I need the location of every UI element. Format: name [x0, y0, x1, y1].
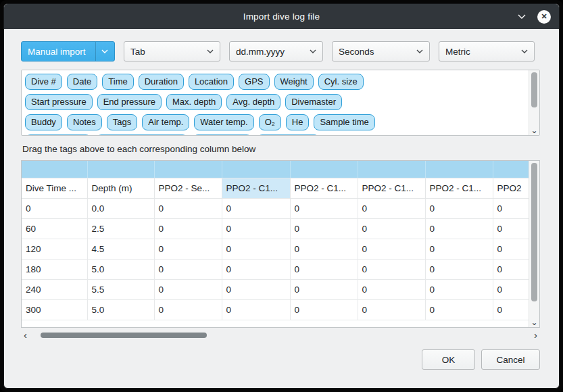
field-tag[interactable]: Avg. depth — [226, 94, 280, 110]
table-cell: 0 — [290, 198, 358, 218]
dropdown-arrow-icon — [416, 49, 423, 53]
table-cell: 0 — [493, 279, 529, 299]
shade-button[interactable] — [516, 11, 528, 23]
scroll-left-arrow-icon[interactable]: ‹ — [21, 330, 30, 340]
field-tag[interactable]: Divemaster — [285, 94, 342, 110]
window-title: Import dive log file — [4, 11, 559, 22]
column-drop-target[interactable] — [154, 161, 222, 178]
column-drop-target[interactable] — [222, 161, 290, 178]
separator-combobox[interactable]: Tab — [124, 41, 220, 62]
scroll-right-arrow-icon[interactable]: › — [531, 330, 540, 340]
field-tag[interactable]: Sample time — [314, 114, 374, 130]
column-drop-target[interactable] — [22, 161, 87, 178]
table-cell: 0 — [154, 279, 222, 299]
table-cell: 0 — [425, 198, 493, 218]
duration-format-combobox[interactable]: Seconds — [332, 41, 430, 62]
field-tag[interactable]: Date — [67, 74, 97, 90]
column-drop-target[interactable] — [290, 161, 358, 178]
field-tag[interactable]: End pressure — [97, 94, 162, 110]
table-horizontal-scrollbar[interactable]: ‹ › — [21, 330, 540, 341]
column-drop-target[interactable] — [425, 161, 493, 178]
scroll-down-arrow-icon[interactable]: ⌄ — [529, 317, 539, 327]
table-row: 1805.0000000 — [22, 259, 529, 279]
field-tag[interactable]: GPS — [239, 74, 269, 90]
scrollbar-thumb[interactable] — [531, 163, 537, 301]
field-tag[interactable]: Buddy — [25, 114, 62, 130]
field-tag[interactable]: Water temp. — [194, 114, 253, 130]
table-cell: 0 — [358, 259, 425, 279]
field-tag[interactable]: Time — [102, 74, 133, 90]
table-cell: 0 — [358, 239, 425, 259]
field-tag[interactable]: Tags — [107, 114, 137, 130]
dialog-content: Manual import Tab dd.mm.yyyy — [4, 29, 559, 388]
scrollbar-thumb[interactable] — [531, 72, 537, 107]
field-tag[interactable]: Sample pO₂ — [193, 134, 252, 136]
header-row: Dive Time ...Depth (m)PPO2 - Se...PPO2 -… — [22, 178, 529, 198]
field-tag[interactable]: Notes — [67, 114, 102, 130]
table-cell: 0 — [154, 198, 222, 218]
table-cell: 0 — [493, 239, 529, 259]
field-tag[interactable]: Start pressure — [25, 94, 93, 110]
chevron-down-icon — [518, 14, 526, 19]
units-combobox[interactable]: Metric — [439, 41, 535, 62]
dropdown-arrow-icon — [310, 49, 316, 53]
field-tag[interactable]: Sample CNS — [257, 134, 320, 136]
scrollbar-track[interactable] — [30, 330, 531, 341]
table-cell: 240 — [22, 279, 87, 299]
field-tag[interactable]: Cyl. size — [318, 74, 364, 90]
table-cell: 0 — [290, 259, 358, 279]
import-mode-combobox[interactable]: Manual import — [21, 41, 115, 62]
field-tag[interactable]: Sample temperature — [96, 134, 188, 136]
table-row: 602.5000000 — [22, 218, 529, 239]
field-tag[interactable]: Dive # — [25, 74, 62, 90]
table-row: 00.0000000 — [22, 198, 529, 218]
window-frame: Import dive log file ✕ Manual import — [0, 0, 563, 392]
close-button[interactable]: ✕ — [537, 10, 551, 24]
table-cell: 0 — [154, 218, 222, 239]
dropdown-arrow-icon — [521, 49, 528, 53]
table-cell: 0 — [358, 198, 425, 218]
column-drop-target[interactable] — [358, 161, 425, 178]
table-cell: 0 — [493, 198, 529, 218]
combobox-value: Manual import — [28, 47, 90, 57]
cancel-button[interactable]: Cancel — [481, 349, 540, 370]
dropdown-arrow-icon — [95, 42, 108, 61]
dropdown-arrow-icon — [207, 49, 214, 53]
field-tag[interactable]: Duration — [139, 74, 184, 90]
import-table-area: Dive Time ...Depth (m)PPO2 - Se...PPO2 -… — [21, 160, 540, 328]
titlebar[interactable]: Import dive log file ✕ — [4, 4, 559, 29]
table-cell: 0 — [425, 239, 493, 259]
ok-button[interactable]: OK — [422, 349, 475, 370]
tag-row: Dive #DateTimeDurationLocationGPSWeightC… — [25, 74, 526, 90]
field-tag[interactable]: Max. depth — [166, 94, 222, 110]
column-drop-target[interactable] — [87, 161, 154, 178]
combobox-value: Seconds — [339, 47, 411, 57]
field-tag[interactable]: Location — [189, 74, 234, 90]
table-clip: Dive Time ...Depth (m)PPO2 - Se...PPO2 -… — [22, 161, 529, 327]
field-tag[interactable]: He — [286, 114, 310, 130]
table-cell: 0 — [154, 259, 222, 279]
import-options-row: Manual import Tab dd.mm.yyyy — [21, 41, 540, 62]
table-cell: 5.5 — [87, 279, 154, 299]
table-cell: 0 — [493, 259, 529, 279]
field-tag[interactable]: Air temp. — [142, 114, 189, 130]
close-icon: ✕ — [541, 12, 547, 21]
table-cell: 0 — [425, 259, 493, 279]
tag-pool-vertical-scrollbar[interactable]: ⌄ — [529, 70, 539, 135]
column-header: Depth (m) — [87, 178, 154, 198]
field-tag[interactable]: O₂ — [259, 114, 281, 130]
tag-row: Start pressureEnd pressureMax. depthAvg.… — [25, 94, 526, 110]
field-tag[interactable]: Sample depth — [25, 134, 91, 136]
column-drop-target[interactable] — [493, 161, 529, 178]
table-cell: 0 — [290, 239, 358, 259]
table-cell: 120 — [22, 239, 87, 259]
scroll-down-arrow-icon[interactable]: ⌄ — [529, 125, 539, 135]
column-header: PPO2 - C1... — [222, 178, 290, 198]
scrollbar-thumb[interactable] — [41, 333, 207, 338]
table-cell: 0 — [358, 279, 425, 299]
date-format-combobox[interactable]: dd.mm.yyyy — [229, 41, 323, 62]
table-vertical-scrollbar[interactable]: ⌄ — [529, 161, 539, 327]
field-tag[interactable]: Weight — [274, 74, 314, 90]
table-row: 1204.5000000 — [22, 239, 529, 259]
tag-pool-rows: Dive #DateTimeDurationLocationGPSWeightC… — [22, 70, 539, 136]
